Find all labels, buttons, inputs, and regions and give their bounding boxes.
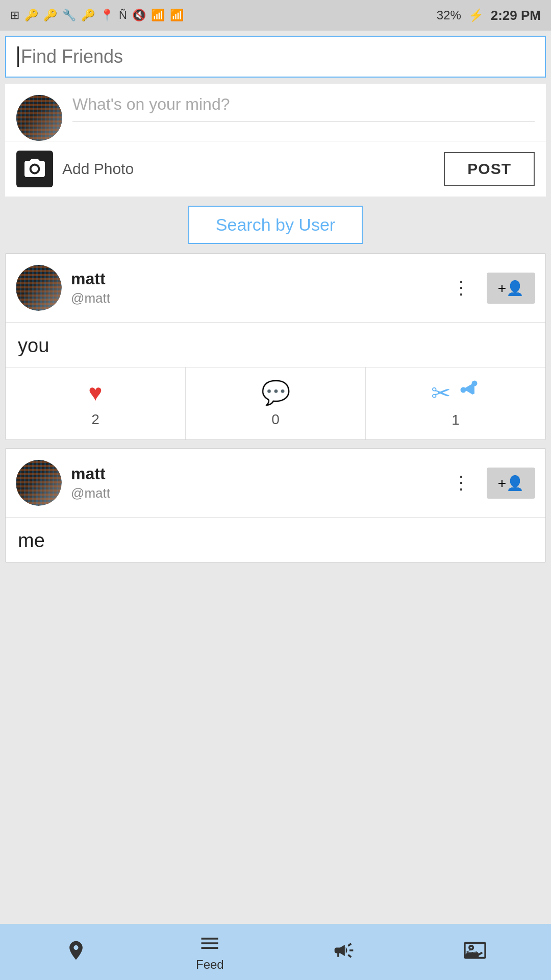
camera-icon xyxy=(16,151,53,187)
compose-area: What's on your mind? xyxy=(5,84,546,141)
status-icons-left: ⊞ 🔑 🔑 🔧 🔑 📍 Ñ 🔇 📶 📶 xyxy=(10,9,184,22)
post-username: matt xyxy=(71,270,436,288)
find-friends-input[interactable] xyxy=(21,46,534,67)
post-actions: ♥ 2 💬 0 ✂ 1 xyxy=(6,367,545,439)
add-friend-button[interactable]: +👤 xyxy=(487,273,535,304)
post-button[interactable]: POST xyxy=(444,152,535,186)
add-icon: ⊞ xyxy=(10,9,19,22)
wrench-icon: 🔧 xyxy=(62,9,76,22)
status-right: 32% ⚡ 2:29 PM xyxy=(437,8,541,23)
status-bar: ⊞ 🔑 🔑 🔧 🔑 📍 Ñ 🔇 📶 📶 32% ⚡ 2:29 PM xyxy=(0,0,551,31)
post-header-2: matt @matt ⋮ +👤 xyxy=(6,449,545,517)
key3-icon: 🔑 xyxy=(81,9,95,22)
avatar xyxy=(16,95,62,141)
post-handle: @matt xyxy=(71,290,436,306)
heart-icon: ♥ xyxy=(88,379,102,406)
share-icon: ✂ xyxy=(431,379,480,407)
feed-nav-icon xyxy=(198,932,221,954)
post-user-info-2: matt @matt xyxy=(71,464,436,501)
mute-icon: 🔇 xyxy=(132,9,146,22)
add-friend-button-2[interactable]: +👤 xyxy=(487,468,535,499)
nav-contacts[interactable] xyxy=(464,939,486,965)
add-photo-label: Add Photo xyxy=(62,160,134,178)
comment-count: 0 xyxy=(271,411,280,428)
more-options-icon-2[interactable]: ⋮ xyxy=(445,472,478,494)
text-cursor xyxy=(17,46,19,67)
nav-feed[interactable]: Feed xyxy=(196,932,224,972)
like-count: 2 xyxy=(91,411,99,428)
battery-icon: ⚡ xyxy=(468,8,484,22)
search-by-user-button[interactable]: Search by User xyxy=(188,206,363,244)
location-nav-icon xyxy=(65,939,87,962)
add-friend-icon: +👤 xyxy=(498,280,524,297)
nfc-icon: Ñ xyxy=(119,9,127,22)
contacts-nav-icon xyxy=(464,939,486,962)
megaphone-nav-icon xyxy=(333,939,355,962)
comment-icon: 💬 xyxy=(261,379,290,406)
post-content-2: me xyxy=(6,518,545,562)
location-pin-icon: 📍 xyxy=(100,9,114,22)
compose-actions: Add Photo POST xyxy=(5,141,546,197)
status-time: 2:29 PM xyxy=(491,8,541,23)
bottom-nav: Feed xyxy=(0,924,551,980)
nav-location[interactable] xyxy=(65,939,87,965)
more-options-icon[interactable]: ⋮ xyxy=(445,277,478,299)
nav-feed-label: Feed xyxy=(196,958,224,972)
post-card-2: matt @matt ⋮ +👤 me xyxy=(5,448,546,562)
post-avatar-2 xyxy=(16,460,62,506)
post-username-2: matt xyxy=(71,464,436,483)
share-action[interactable]: ✂ 1 xyxy=(366,368,545,439)
key2-icon: 🔑 xyxy=(43,9,57,22)
post-header: matt @matt ⋮ +👤 xyxy=(6,254,545,322)
compose-placeholder[interactable]: What's on your mind? xyxy=(72,95,535,114)
battery-percent: 32% xyxy=(437,8,461,22)
compose-input-wrap: What's on your mind? xyxy=(72,95,535,121)
post-handle-2: @matt xyxy=(71,485,436,501)
comment-action[interactable]: 💬 0 xyxy=(186,368,366,439)
add-photo-button[interactable]: Add Photo xyxy=(16,151,134,187)
find-friends-bar[interactable] xyxy=(5,36,546,78)
key-icon: 🔑 xyxy=(24,9,38,22)
post-card: matt @matt ⋮ +👤 you ♥ 2 💬 0 ✂ 1 xyxy=(5,253,546,440)
like-action[interactable]: ♥ 2 xyxy=(6,368,186,439)
wifi-icon: 📶 xyxy=(151,9,165,22)
signal-icon: 📶 xyxy=(170,9,184,22)
nav-megaphone[interactable] xyxy=(333,939,355,965)
share-count: 1 xyxy=(452,412,460,428)
add-friend-icon-2: +👤 xyxy=(498,475,524,492)
post-user-info: matt @matt xyxy=(71,270,436,306)
search-by-user-wrap: Search by User xyxy=(5,206,546,244)
post-content: you xyxy=(6,323,545,367)
post-avatar xyxy=(16,265,62,311)
